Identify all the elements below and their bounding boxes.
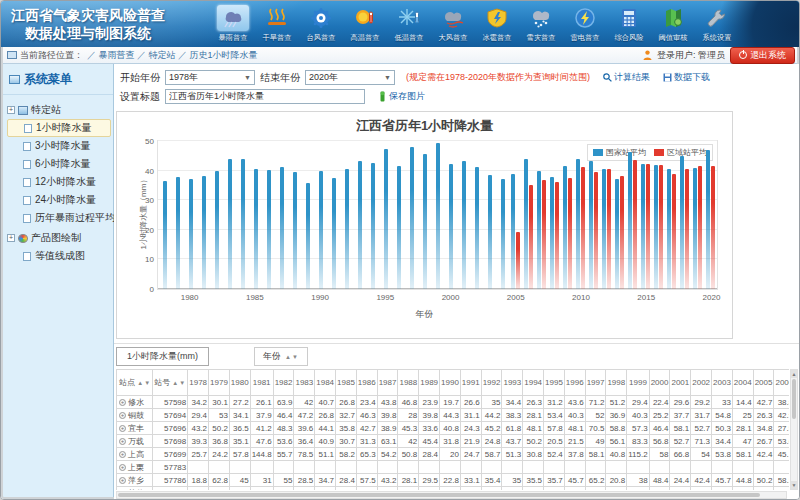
bar-区域站平均-2019[interactable] [698, 166, 702, 289]
bar-国家站平均-1996[interactable] [397, 166, 401, 289]
bar-国家站平均-1984[interactable] [241, 159, 245, 289]
expand-row-icon[interactable]: + [119, 399, 126, 406]
toolbar-item-rainstorm[interactable]: 暴雨普查 [211, 3, 255, 43]
bar-国家站平均-1995[interactable] [384, 149, 388, 289]
column-header-year-1983[interactable]: 1983 [294, 370, 315, 396]
bar-国家站平均-2018[interactable] [680, 156, 684, 289]
column-header-year-1981[interactable]: 1981 [250, 370, 273, 396]
station-name-cell[interactable]: +上栗 [117, 461, 153, 474]
bar-国家站平均-1985[interactable] [254, 169, 258, 289]
column-header-year-1988[interactable]: 1988 [398, 370, 419, 396]
tree-group-0[interactable]: +特定站 [7, 101, 111, 119]
bar-国家站平均-2011[interactable] [589, 161, 593, 289]
column-header-year-1991[interactable]: 1991 [460, 370, 481, 396]
expand-icon[interactable]: + [7, 234, 15, 242]
expand-row-icon[interactable]: + [119, 464, 126, 471]
station-name-cell[interactable]: +宜丰 [117, 422, 153, 435]
chart-title-input[interactable] [165, 89, 365, 104]
bar-区域站平均-2006[interactable] [529, 185, 533, 289]
bar-国家站平均-1989[interactable] [306, 183, 310, 289]
expand-icon[interactable]: + [7, 106, 15, 114]
scroll-up-arrow-icon[interactable]: ▲ [791, 370, 797, 378]
save-image-button[interactable]: 保存图片 [378, 90, 425, 103]
download-button[interactable]: 数据下载 [663, 71, 710, 84]
toolbar-item-calculator[interactable]: 综合风险 [607, 3, 651, 43]
column-header-year-1996[interactable]: 1996 [564, 370, 585, 396]
toolbar-item-snow[interactable]: 雪灾普查 [519, 3, 563, 43]
column-header-year-1982[interactable]: 1982 [273, 370, 294, 396]
bar-国家站平均-1997[interactable] [410, 147, 414, 289]
expand-row-icon[interactable]: + [119, 451, 126, 458]
bar-国家站平均-2003[interactable] [488, 175, 492, 289]
toolbar-item-drought[interactable]: 干旱普查 [255, 3, 299, 43]
bar-国家站平均-2017[interactable] [667, 169, 671, 289]
sidebar-item-24小时降水量[interactable]: 24小时降水量 [7, 191, 111, 209]
tree-group-1[interactable]: +产品图绘制 [7, 229, 111, 247]
station-name-cell[interactable]: +上高 [117, 448, 153, 461]
bar-国家站平均-1978[interactable] [163, 181, 167, 289]
bar-国家站平均-1994[interactable] [371, 163, 375, 289]
sort-arrows-icon[interactable]: ▲▼ [285, 354, 299, 360]
toolbar-item-low-temp[interactable]: 低温普查 [387, 3, 431, 43]
sidebar-item-6小时降水量[interactable]: 6小时降水量 [7, 155, 111, 173]
bar-国家站平均-1981[interactable] [202, 176, 206, 289]
breadcrumb[interactable]: ／ 暴雨普查 ／ 特定站 ／ 历史1小时降水量 [87, 49, 258, 62]
toolbar-item-typhoon[interactable]: 台风普查 [299, 3, 343, 43]
table-scroll-container[interactable]: 站点 ▲▼站号 ▲▼197819791980198119821983198419… [116, 369, 789, 490]
column-header-year-1985[interactable]: 1985 [336, 370, 357, 396]
bar-国家站平均-2005[interactable] [511, 174, 515, 289]
bar-区域站平均-2015[interactable] [646, 164, 650, 289]
column-header-year-1987[interactable]: 1987 [377, 370, 398, 396]
bar-国家站平均-1986[interactable] [267, 170, 271, 289]
bar-区域站平均-2017[interactable] [672, 174, 676, 289]
bar-国家站平均-1990[interactable] [319, 171, 323, 289]
column-header-year-1989[interactable]: 1989 [419, 370, 440, 396]
year-sort-control[interactable]: 年份 ▲▼ [254, 347, 308, 366]
bar-国家站平均-2015[interactable] [641, 164, 645, 289]
bar-区域站平均-2008[interactable] [555, 182, 559, 289]
bar-区域站平均-2020[interactable] [711, 166, 715, 289]
column-header-year-1979[interactable]: 1979 [209, 370, 230, 396]
bar-区域站平均-2013[interactable] [620, 176, 624, 289]
bar-国家站平均-2012[interactable] [602, 169, 606, 289]
bar-国家站平均-2010[interactable] [576, 159, 580, 289]
bar-区域站平均-2012[interactable] [607, 169, 611, 289]
bar-区域站平均-2010[interactable] [581, 167, 585, 289]
toolbar-item-high-temp[interactable]: 高温普查 [343, 3, 387, 43]
bar-国家站平均-2019[interactable] [693, 168, 697, 289]
column-header-year-1992[interactable]: 1992 [481, 370, 502, 396]
column-header-year-1994[interactable]: 1994 [523, 370, 544, 396]
bar-国家站平均-2014[interactable] [628, 152, 632, 289]
bar-国家站平均-1983[interactable] [228, 159, 232, 289]
bar-国家站平均-2000[interactable] [449, 164, 453, 289]
start-year-select[interactable]: 1978年▼ [165, 70, 255, 85]
bar-国家站平均-1993[interactable] [358, 161, 362, 289]
column-header-station[interactable]: 站点 ▲▼ [117, 370, 153, 396]
sidebar-item-12小时降水量[interactable]: 12小时降水量 [7, 173, 111, 191]
column-header-year-1984[interactable]: 1984 [315, 370, 336, 396]
station-name-cell[interactable]: +萍乡 [117, 474, 153, 487]
calculate-button[interactable]: 计算结果 [603, 71, 650, 84]
end-year-select[interactable]: 2020年▼ [305, 70, 395, 85]
column-header-year-1986[interactable]: 1986 [356, 370, 377, 396]
expand-row-icon[interactable]: + [119, 425, 126, 432]
station-name-cell[interactable]: +万载 [117, 435, 153, 448]
bar-区域站平均-2005[interactable] [516, 232, 520, 289]
bar-国家站平均-1999[interactable] [436, 143, 440, 289]
column-header-year-1995[interactable]: 1995 [544, 370, 565, 396]
station-name-cell[interactable]: +铜鼓 [117, 409, 153, 422]
bar-国家站平均-2004[interactable] [501, 179, 505, 289]
sidebar-item-历年暴雨过程平均雨量[interactable]: 历年暴雨过程平均雨量 [7, 209, 111, 227]
bar-国家站平均-1979[interactable] [176, 177, 180, 289]
toolbar-item-gale[interactable]: 大风普查 [431, 3, 475, 43]
exit-system-button[interactable]: 退出系统 [730, 47, 795, 64]
vscroll-thumb[interactable] [792, 379, 796, 419]
toolbar-item-lightning[interactable]: 雷电普查 [563, 3, 607, 43]
column-header-year-2004[interactable]: 2004 [732, 370, 753, 396]
column-header-year-1990[interactable]: 1990 [440, 370, 461, 396]
column-header-year-2000[interactable]: 2000 [649, 370, 670, 396]
column-header-year-2001[interactable]: 2001 [670, 370, 691, 396]
bar-区域站平均-2009[interactable] [568, 178, 572, 289]
bar-国家站平均-2007[interactable] [537, 171, 541, 289]
station-name-cell[interactable]: +莲花 [117, 487, 153, 491]
